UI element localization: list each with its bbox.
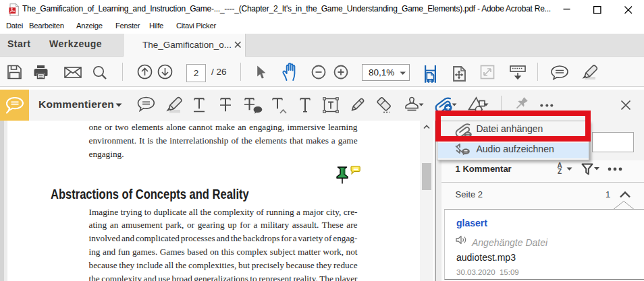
svg-text:Z: Z xyxy=(558,168,562,175)
